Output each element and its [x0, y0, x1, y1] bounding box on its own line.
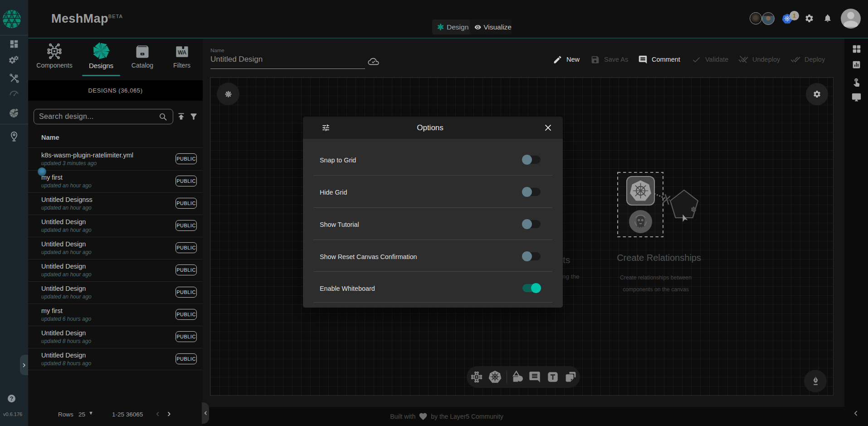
svg-text:WA: WA: [177, 49, 186, 56]
